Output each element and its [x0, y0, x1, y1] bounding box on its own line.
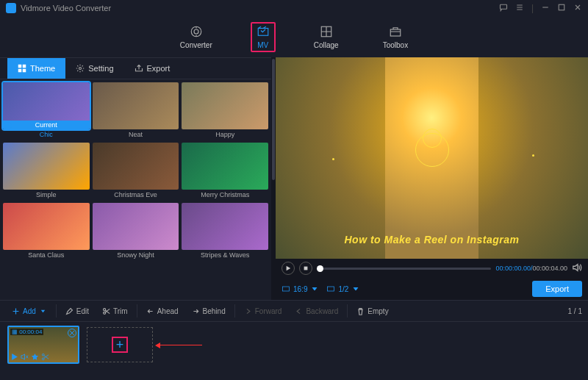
video-preview[interactable]: How to Make a Reel on Instagram — [276, 57, 588, 259]
tab-label: Converter — [180, 41, 212, 49]
tab-mv[interactable]: MV — [251, 22, 276, 52]
subtab-label: Theme — [30, 64, 55, 73]
theme-label: Simple — [3, 190, 90, 200]
empty-button[interactable]: Empty — [351, 304, 394, 318]
close-button[interactable] — [573, 3, 582, 14]
progress-bar[interactable] — [317, 268, 491, 270]
theme-label: Neat — [93, 129, 179, 140]
add-clip-button[interactable]: + — [87, 327, 153, 362]
theme-item[interactable]: Christmas Eve — [93, 143, 179, 200]
svg-rect-7 — [23, 65, 26, 68]
svg-rect-0 — [500, 4, 506, 9]
svg-rect-8 — [18, 69, 22, 73]
ahead-button[interactable]: Ahead — [140, 304, 184, 318]
subtab-export[interactable]: Export — [124, 58, 181, 79]
clip-play-icon[interactable] — [10, 353, 18, 361]
clip-trim-icon[interactable] — [41, 353, 49, 361]
theme-item[interactable]: Neat — [93, 82, 179, 140]
tab-collage[interactable]: Collage — [308, 22, 345, 52]
export-button[interactable]: Export — [532, 281, 582, 297]
svg-rect-9 — [23, 69, 26, 73]
clip-star-icon[interactable] — [31, 353, 39, 361]
clip-remove-icon[interactable] — [68, 329, 76, 337]
add-button[interactable]: Add — [6, 304, 53, 318]
menu-icon[interactable] — [515, 3, 524, 14]
theme-label: Stripes & Waves — [182, 250, 268, 260]
theme-item[interactable]: Happy — [182, 82, 268, 140]
sub-tabs: Theme Setting Export — [0, 57, 271, 79]
annotation-arrow — [152, 345, 204, 346]
plus-icon: + — [112, 337, 128, 353]
edit-button[interactable]: Edit — [60, 304, 95, 318]
app-title: Vidmore Video Converter — [21, 4, 499, 12]
preview-panel: How to Make a Reel on Instagram 00:00:00… — [276, 57, 588, 300]
theme-item[interactable]: Current Chic — [3, 82, 90, 140]
app-logo — [6, 3, 16, 13]
clip-item[interactable]: ▦ 00:00:04 — [7, 326, 79, 364]
main-tabs: Converter MV Collage Toolbox — [0, 16, 588, 57]
left-panel: Theme Setting Export Current Chic Neat — [0, 57, 276, 300]
play-button[interactable] — [282, 262, 295, 275]
current-tag: Current — [3, 121, 90, 129]
theme-item[interactable]: Santa Claus — [3, 203, 90, 260]
theme-item[interactable]: Simple — [3, 143, 90, 200]
svg-rect-6 — [18, 65, 22, 68]
subtab-theme[interactable]: Theme — [7, 58, 65, 79]
svg-rect-5 — [390, 29, 401, 36]
page-indicator: 1 / 1 — [568, 307, 582, 315]
subtab-label: Setting — [88, 64, 113, 73]
maximize-button[interactable] — [557, 3, 566, 14]
theme-label: Snowy Night — [93, 250, 179, 260]
svg-rect-13 — [328, 287, 334, 291]
preview-options: 16:9 1/2 Export — [276, 278, 588, 300]
titlebar: Vidmore Video Converter | — [0, 0, 588, 16]
minimize-button[interactable] — [541, 3, 550, 14]
svg-rect-11 — [304, 267, 308, 270]
clip-toolbar: Add Edit Trim Ahead Behind Forward Backw… — [0, 300, 588, 322]
feedback-icon[interactable] — [499, 3, 508, 14]
subtab-setting[interactable]: Setting — [65, 58, 123, 79]
zoom-dropdown[interactable]: 1/2 — [326, 284, 360, 293]
tab-toolbox[interactable]: Toolbox — [377, 22, 414, 52]
aspect-ratio-dropdown[interactable]: 16:9 — [282, 284, 319, 293]
svg-rect-12 — [283, 287, 290, 291]
timeline: ▦ 00:00:04 + — [0, 322, 588, 368]
trim-button[interactable]: Trim — [96, 304, 134, 318]
preview-subtitle: How to Make a Reel on Instagram — [276, 234, 588, 245]
time-display: 00:00:00.00/00:00:04.00 — [495, 265, 567, 272]
divider: | — [531, 3, 534, 13]
tab-label: MV — [257, 41, 268, 49]
clip-duration: ▦ 00:00:04 — [10, 329, 43, 335]
svg-rect-1 — [559, 4, 564, 10]
subtab-label: Export — [147, 64, 171, 73]
behind-button[interactable]: Behind — [186, 304, 232, 318]
theme-grid: Current Chic Neat Happy Simple Christmas… — [0, 79, 271, 300]
svg-point-10 — [79, 68, 82, 70]
theme-label: Merry Christmas — [182, 190, 268, 200]
theme-label: Chic — [3, 129, 90, 140]
theme-label: Happy — [182, 129, 268, 140]
theme-label: Santa Claus — [3, 250, 90, 260]
theme-label: Christmas Eve — [93, 190, 179, 200]
theme-item[interactable]: Merry Christmas — [182, 143, 268, 200]
stop-button[interactable] — [299, 262, 312, 275]
clip-mute-icon[interactable] — [21, 353, 29, 361]
tab-label: Toolbox — [383, 41, 408, 49]
playback-controls: 00:00:00.00/00:00:04.00 — [276, 259, 588, 278]
volume-icon[interactable] — [572, 262, 582, 274]
theme-item[interactable]: Snowy Night — [93, 203, 179, 260]
tab-converter[interactable]: Converter — [174, 22, 218, 52]
theme-item[interactable]: Stripes & Waves — [182, 203, 268, 260]
tab-label: Collage — [314, 41, 339, 49]
backward-button[interactable]: Backward — [289, 304, 344, 318]
forward-button[interactable]: Forward — [238, 304, 288, 318]
check-icon — [4, 122, 12, 129]
